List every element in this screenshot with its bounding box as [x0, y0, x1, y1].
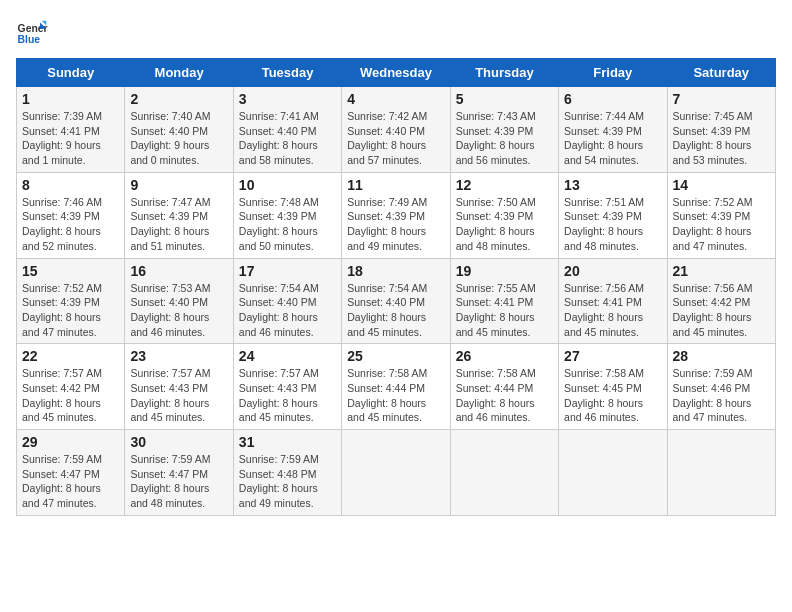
calendar-body: 1Sunrise: 7:39 AM Sunset: 4:41 PM Daylig… — [17, 87, 776, 516]
calendar-cell: 6Sunrise: 7:44 AM Sunset: 4:39 PM Daylig… — [559, 87, 667, 173]
day-number: 28 — [673, 348, 770, 364]
logo-icon: General Blue — [16, 16, 48, 48]
calendar-cell: 17Sunrise: 7:54 AM Sunset: 4:40 PM Dayli… — [233, 258, 341, 344]
day-detail: Sunrise: 7:52 AM Sunset: 4:39 PM Dayligh… — [22, 281, 119, 340]
calendar-week-1: 1Sunrise: 7:39 AM Sunset: 4:41 PM Daylig… — [17, 87, 776, 173]
day-number: 11 — [347, 177, 444, 193]
calendar-cell: 11Sunrise: 7:49 AM Sunset: 4:39 PM Dayli… — [342, 172, 450, 258]
header-monday: Monday — [125, 59, 233, 87]
day-detail: Sunrise: 7:49 AM Sunset: 4:39 PM Dayligh… — [347, 195, 444, 254]
calendar-cell — [559, 430, 667, 516]
day-detail: Sunrise: 7:39 AM Sunset: 4:41 PM Dayligh… — [22, 109, 119, 168]
calendar-header: SundayMondayTuesdayWednesdayThursdayFrid… — [17, 59, 776, 87]
day-detail: Sunrise: 7:57 AM Sunset: 4:42 PM Dayligh… — [22, 366, 119, 425]
day-number: 24 — [239, 348, 336, 364]
calendar-cell: 18Sunrise: 7:54 AM Sunset: 4:40 PM Dayli… — [342, 258, 450, 344]
header-tuesday: Tuesday — [233, 59, 341, 87]
calendar-table: SundayMondayTuesdayWednesdayThursdayFrid… — [16, 58, 776, 516]
day-number: 10 — [239, 177, 336, 193]
day-number: 19 — [456, 263, 553, 279]
day-detail: Sunrise: 7:59 AM Sunset: 4:46 PM Dayligh… — [673, 366, 770, 425]
day-number: 12 — [456, 177, 553, 193]
day-detail: Sunrise: 7:42 AM Sunset: 4:40 PM Dayligh… — [347, 109, 444, 168]
day-number: 21 — [673, 263, 770, 279]
calendar-cell: 16Sunrise: 7:53 AM Sunset: 4:40 PM Dayli… — [125, 258, 233, 344]
header: General Blue — [16, 16, 776, 48]
day-detail: Sunrise: 7:55 AM Sunset: 4:41 PM Dayligh… — [456, 281, 553, 340]
day-number: 25 — [347, 348, 444, 364]
calendar-cell: 13Sunrise: 7:51 AM Sunset: 4:39 PM Dayli… — [559, 172, 667, 258]
calendar-cell: 14Sunrise: 7:52 AM Sunset: 4:39 PM Dayli… — [667, 172, 775, 258]
day-detail: Sunrise: 7:46 AM Sunset: 4:39 PM Dayligh… — [22, 195, 119, 254]
day-number: 23 — [130, 348, 227, 364]
day-number: 16 — [130, 263, 227, 279]
day-detail: Sunrise: 7:52 AM Sunset: 4:39 PM Dayligh… — [673, 195, 770, 254]
day-detail: Sunrise: 7:59 AM Sunset: 4:47 PM Dayligh… — [130, 452, 227, 511]
day-detail: Sunrise: 7:45 AM Sunset: 4:39 PM Dayligh… — [673, 109, 770, 168]
calendar-header-row: SundayMondayTuesdayWednesdayThursdayFrid… — [17, 59, 776, 87]
day-detail: Sunrise: 7:51 AM Sunset: 4:39 PM Dayligh… — [564, 195, 661, 254]
day-number: 8 — [22, 177, 119, 193]
calendar-cell: 25Sunrise: 7:58 AM Sunset: 4:44 PM Dayli… — [342, 344, 450, 430]
calendar-cell: 28Sunrise: 7:59 AM Sunset: 4:46 PM Dayli… — [667, 344, 775, 430]
day-number: 1 — [22, 91, 119, 107]
day-number: 22 — [22, 348, 119, 364]
day-number: 3 — [239, 91, 336, 107]
svg-text:Blue: Blue — [18, 34, 41, 45]
calendar-cell: 9Sunrise: 7:47 AM Sunset: 4:39 PM Daylig… — [125, 172, 233, 258]
day-detail: Sunrise: 7:48 AM Sunset: 4:39 PM Dayligh… — [239, 195, 336, 254]
calendar-cell: 8Sunrise: 7:46 AM Sunset: 4:39 PM Daylig… — [17, 172, 125, 258]
day-detail: Sunrise: 7:40 AM Sunset: 4:40 PM Dayligh… — [130, 109, 227, 168]
calendar-cell: 29Sunrise: 7:59 AM Sunset: 4:47 PM Dayli… — [17, 430, 125, 516]
day-number: 15 — [22, 263, 119, 279]
day-number: 7 — [673, 91, 770, 107]
calendar-cell — [342, 430, 450, 516]
day-number: 31 — [239, 434, 336, 450]
day-number: 20 — [564, 263, 661, 279]
calendar-cell — [450, 430, 558, 516]
calendar-week-4: 22Sunrise: 7:57 AM Sunset: 4:42 PM Dayli… — [17, 344, 776, 430]
day-detail: Sunrise: 7:58 AM Sunset: 4:45 PM Dayligh… — [564, 366, 661, 425]
day-number: 27 — [564, 348, 661, 364]
calendar-cell: 21Sunrise: 7:56 AM Sunset: 4:42 PM Dayli… — [667, 258, 775, 344]
calendar-cell: 30Sunrise: 7:59 AM Sunset: 4:47 PM Dayli… — [125, 430, 233, 516]
logo: General Blue — [16, 16, 48, 48]
header-friday: Friday — [559, 59, 667, 87]
day-number: 5 — [456, 91, 553, 107]
day-detail: Sunrise: 7:43 AM Sunset: 4:39 PM Dayligh… — [456, 109, 553, 168]
day-detail: Sunrise: 7:59 AM Sunset: 4:47 PM Dayligh… — [22, 452, 119, 511]
calendar-cell: 4Sunrise: 7:42 AM Sunset: 4:40 PM Daylig… — [342, 87, 450, 173]
calendar-cell: 20Sunrise: 7:56 AM Sunset: 4:41 PM Dayli… — [559, 258, 667, 344]
calendar-cell: 27Sunrise: 7:58 AM Sunset: 4:45 PM Dayli… — [559, 344, 667, 430]
day-detail: Sunrise: 7:44 AM Sunset: 4:39 PM Dayligh… — [564, 109, 661, 168]
day-detail: Sunrise: 7:56 AM Sunset: 4:42 PM Dayligh… — [673, 281, 770, 340]
day-number: 6 — [564, 91, 661, 107]
calendar-cell: 15Sunrise: 7:52 AM Sunset: 4:39 PM Dayli… — [17, 258, 125, 344]
day-detail: Sunrise: 7:58 AM Sunset: 4:44 PM Dayligh… — [347, 366, 444, 425]
day-number: 9 — [130, 177, 227, 193]
day-number: 4 — [347, 91, 444, 107]
calendar-cell: 7Sunrise: 7:45 AM Sunset: 4:39 PM Daylig… — [667, 87, 775, 173]
header-wednesday: Wednesday — [342, 59, 450, 87]
header-thursday: Thursday — [450, 59, 558, 87]
calendar-cell: 26Sunrise: 7:58 AM Sunset: 4:44 PM Dayli… — [450, 344, 558, 430]
day-detail: Sunrise: 7:50 AM Sunset: 4:39 PM Dayligh… — [456, 195, 553, 254]
day-detail: Sunrise: 7:53 AM Sunset: 4:40 PM Dayligh… — [130, 281, 227, 340]
day-number: 17 — [239, 263, 336, 279]
day-number: 13 — [564, 177, 661, 193]
day-number: 29 — [22, 434, 119, 450]
calendar-cell: 22Sunrise: 7:57 AM Sunset: 4:42 PM Dayli… — [17, 344, 125, 430]
day-detail: Sunrise: 7:59 AM Sunset: 4:48 PM Dayligh… — [239, 452, 336, 511]
day-detail: Sunrise: 7:41 AM Sunset: 4:40 PM Dayligh… — [239, 109, 336, 168]
calendar-cell: 12Sunrise: 7:50 AM Sunset: 4:39 PM Dayli… — [450, 172, 558, 258]
calendar-cell: 31Sunrise: 7:59 AM Sunset: 4:48 PM Dayli… — [233, 430, 341, 516]
day-number: 18 — [347, 263, 444, 279]
day-detail: Sunrise: 7:57 AM Sunset: 4:43 PM Dayligh… — [130, 366, 227, 425]
calendar-week-5: 29Sunrise: 7:59 AM Sunset: 4:47 PM Dayli… — [17, 430, 776, 516]
day-number: 30 — [130, 434, 227, 450]
calendar-week-3: 15Sunrise: 7:52 AM Sunset: 4:39 PM Dayli… — [17, 258, 776, 344]
calendar-week-2: 8Sunrise: 7:46 AM Sunset: 4:39 PM Daylig… — [17, 172, 776, 258]
day-detail: Sunrise: 7:47 AM Sunset: 4:39 PM Dayligh… — [130, 195, 227, 254]
day-detail: Sunrise: 7:56 AM Sunset: 4:41 PM Dayligh… — [564, 281, 661, 340]
day-detail: Sunrise: 7:54 AM Sunset: 4:40 PM Dayligh… — [347, 281, 444, 340]
